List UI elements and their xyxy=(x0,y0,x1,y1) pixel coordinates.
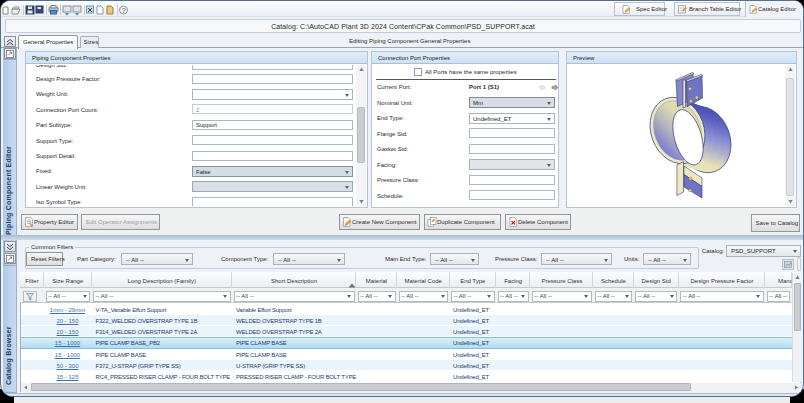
svg-text:?: ? xyxy=(122,7,126,14)
